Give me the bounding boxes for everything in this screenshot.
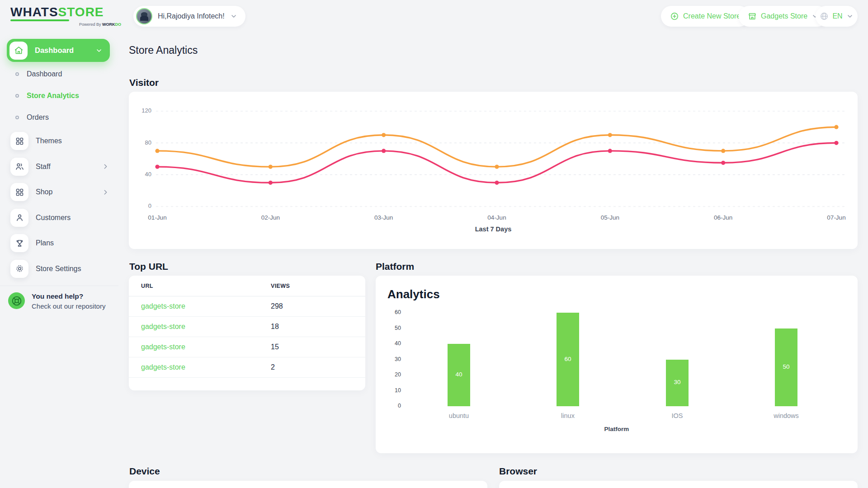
- sidebar-item-themes[interactable]: Themes: [0, 128, 118, 154]
- sidebar-item-label: Dashboard: [27, 70, 62, 78]
- svg-text:07-Jun: 07-Jun: [827, 214, 845, 221]
- chevron-right-icon: [102, 163, 109, 170]
- create-new-store-button[interactable]: Create New Store: [661, 6, 750, 27]
- sidebar-group-dashboard[interactable]: Dashboard: [7, 39, 110, 62]
- sidebar-item-staff[interactable]: Staff: [0, 154, 118, 180]
- home-icon: [9, 42, 28, 60]
- sidebar-sub-items: DashboardStore AnalyticsOrders: [0, 63, 118, 128]
- bar-axis-tick: 50: [379, 325, 401, 331]
- bar-value-label: 40: [448, 371, 470, 378]
- svg-text:40: 40: [145, 171, 151, 178]
- url-link[interactable]: gadgets-store: [129, 323, 271, 331]
- table-row: gadgets-store2: [129, 357, 365, 378]
- globe-icon: [820, 12, 829, 21]
- sidebar-item-dashboard[interactable]: Dashboard: [0, 63, 118, 85]
- column-header-views: VIEWS: [271, 283, 339, 289]
- table-row: gadgets-store15: [129, 337, 365, 357]
- bullet-icon: [15, 94, 19, 98]
- sidebar-item-plans[interactable]: Plans: [0, 230, 118, 256]
- chevron-down-icon: [846, 13, 854, 20]
- sidebar-item-customers[interactable]: Customers: [0, 205, 118, 231]
- logo-part-dark: WHATS: [10, 5, 58, 19]
- sidebar-group-label: Dashboard: [35, 46, 88, 55]
- sidebar-item-label: Orders: [27, 113, 49, 122]
- language-label: EN: [832, 12, 842, 20]
- svg-text:120: 120: [142, 107, 151, 114]
- sidebar-item-label: Shop: [36, 188, 94, 196]
- views-value: 18: [271, 323, 339, 331]
- table-body: gadgets-store298gadgets-store18gadgets-s…: [129, 296, 365, 378]
- column-header-url: URL: [129, 283, 271, 289]
- browser-card: [499, 481, 858, 488]
- bar-axis-tick: 10: [379, 387, 401, 394]
- svg-text:0: 0: [148, 202, 151, 209]
- visitor-xaxis-title: Last 7 Days: [129, 225, 858, 233]
- views-value: 2: [271, 363, 339, 371]
- user-icon: [10, 209, 28, 227]
- visitor-card: 1208040001-Jun02-Jun03-Jun04-Jun05-Jun06…: [129, 92, 858, 249]
- bullet-icon: [15, 72, 19, 76]
- bar-category-label: IOS: [646, 412, 709, 419]
- svg-text:01-Jun: 01-Jun: [148, 214, 166, 221]
- views-value: 298: [271, 302, 339, 310]
- sidebar-item-label: Staff: [36, 163, 94, 171]
- gear-icon: [10, 260, 28, 278]
- platform-card: Analytics 605040302010040ubuntu60linux30…: [376, 276, 858, 453]
- powered-by-text: Powered By WORKDO: [79, 22, 121, 27]
- language-selector[interactable]: EN: [816, 6, 858, 27]
- sidebar-item-store-analytics[interactable]: Store Analytics: [0, 85, 118, 107]
- bullet-icon: [15, 116, 19, 119]
- bar-axis-tick: 30: [379, 356, 401, 362]
- platform-section-title: Platform: [376, 261, 414, 272]
- plus-circle-icon: [670, 12, 679, 21]
- visitor-chart-svg: 1208040001-Jun02-Jun03-Jun04-Jun05-Jun06…: [129, 92, 858, 227]
- trophy-icon: [10, 234, 28, 252]
- create-new-store-label: Create New Store: [683, 12, 741, 20]
- bar-category-label: windows: [755, 412, 818, 419]
- sidebar-item-shop[interactable]: Shop: [0, 179, 118, 205]
- sidebar-item-label: Plans: [36, 239, 109, 247]
- help-title: You need help?: [32, 291, 105, 300]
- top-bar: WHATSSTORE Powered By WORKDO Hi,Rajodiya…: [0, 0, 868, 33]
- url-link[interactable]: gadgets-store: [129, 363, 271, 371]
- chevron-right-icon: [102, 188, 109, 196]
- svg-text:06-Jun: 06-Jun: [714, 214, 732, 221]
- sidebar-item-orders[interactable]: Orders: [0, 107, 118, 128]
- bar-value-label: 50: [775, 363, 797, 370]
- url-link[interactable]: gadgets-store: [129, 302, 271, 310]
- page-title: Store Analytics: [129, 44, 198, 56]
- avatar: [136, 8, 152, 24]
- top-url-section-title: Top URL: [129, 261, 168, 272]
- svg-text:05-Jun: 05-Jun: [601, 214, 619, 221]
- logo-part-green: STORE: [58, 5, 104, 19]
- help-link[interactable]: You need help? Check out our repository: [8, 291, 105, 310]
- sidebar-item-store-settings[interactable]: Store Settings: [0, 256, 118, 282]
- bar-axis-tick: 20: [379, 371, 401, 378]
- bar-axis-tick: 60: [379, 309, 401, 315]
- sidebar-divider: [0, 286, 118, 286]
- store-icon: [748, 12, 757, 21]
- browser-section-title: Browser: [499, 466, 537, 477]
- platform-xaxis-title: Platform: [387, 426, 846, 432]
- table-row: gadgets-store18: [129, 317, 365, 337]
- svg-text:80: 80: [145, 139, 151, 146]
- user-menu[interactable]: Hi,Rajodiya Infotech!: [133, 6, 245, 27]
- sidebar-item-label: Store Settings: [36, 265, 109, 273]
- bar-category-label: ubuntu: [427, 412, 491, 419]
- svg-text:03-Jun: 03-Jun: [374, 214, 393, 221]
- views-value: 15: [271, 343, 339, 351]
- url-link[interactable]: gadgets-store: [129, 343, 271, 351]
- chevron-down-icon: [95, 47, 103, 54]
- visitor-section-title: Visitor: [129, 77, 159, 88]
- sidebar-item-label: Customers: [36, 214, 109, 222]
- life-buoy-icon: [8, 292, 25, 309]
- svg-text:04-Jun: 04-Jun: [487, 214, 506, 221]
- bar-value-label: 60: [557, 356, 579, 362]
- table-header: URL VIEWS: [129, 276, 365, 296]
- top-url-card: URL VIEWS gadgets-store298gadgets-store1…: [129, 276, 365, 390]
- chevron-down-icon: [230, 13, 237, 20]
- app-logo[interactable]: WHATSSTORE Powered By WORKDO: [10, 5, 104, 21]
- grid-icon: [10, 183, 28, 201]
- store-selector[interactable]: Gadgets Store: [739, 6, 828, 27]
- user-greeting: Hi,Rajodiya Infotech!: [158, 12, 225, 20]
